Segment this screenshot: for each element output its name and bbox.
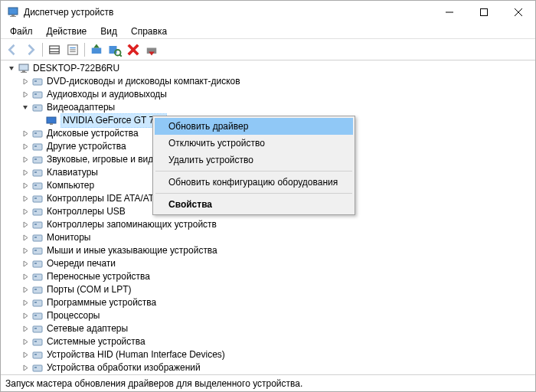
context-menu-item[interactable]: Обновить конфигурацию оборудования	[155, 174, 353, 191]
chevron-down-icon[interactable]	[7, 64, 16, 74]
tree-category[interactable]: Процессоры	[4, 309, 532, 322]
titlebar: Диспетчер устройств	[1, 1, 535, 24]
chevron-right-icon[interactable]	[21, 77, 30, 87]
tree-category-label: Контроллеры запоминающих устройств	[47, 218, 217, 231]
svg-rect-35	[34, 145, 37, 147]
svg-rect-53	[34, 263, 37, 264]
chevron-down-icon[interactable]	[21, 103, 30, 113]
chevron-right-icon[interactable]	[21, 338, 30, 347]
close-button[interactable]	[501, 1, 535, 24]
svg-rect-46	[33, 222, 42, 228]
svg-rect-31	[50, 123, 53, 125]
minimize-button[interactable]	[432, 1, 466, 24]
svg-rect-41	[34, 185, 37, 186]
tree-category[interactable]: Мыши и иные указывающие устройства	[4, 244, 532, 257]
chevron-right-icon[interactable]	[21, 234, 30, 243]
device-category-icon	[31, 297, 44, 309]
tree-category[interactable]: Контроллеры запоминающих устройств	[4, 218, 532, 231]
svg-rect-52	[33, 261, 42, 267]
tree-category[interactable]: Видеоадаптеры	[4, 101, 532, 114]
chevron-right-icon[interactable]	[21, 273, 30, 282]
svg-rect-67	[34, 354, 37, 355]
chevron-right-icon[interactable]	[21, 142, 30, 152]
chevron-right-icon[interactable]	[21, 312, 30, 321]
chevron-right-icon[interactable]	[21, 90, 30, 100]
menu-view[interactable]: Вид	[94, 24, 123, 38]
device-category-icon	[31, 219, 44, 231]
context-menu: Обновить драйверОтключить устройствоУдал…	[152, 116, 355, 215]
tree-category[interactable]: Очереди печати	[4, 257, 532, 270]
chevron-right-icon[interactable]	[21, 364, 30, 373]
chevron-right-icon[interactable]	[21, 286, 30, 295]
properties-button[interactable]	[64, 41, 81, 58]
tree-category-label: Программные устройства	[47, 296, 156, 309]
chevron-right-icon[interactable]	[21, 155, 30, 165]
tree-category[interactable]: Мониторы	[4, 231, 532, 244]
svg-rect-50	[33, 248, 42, 254]
maximize-button[interactable]	[466, 1, 501, 24]
tree-category-label: Видеоадаптеры	[47, 101, 115, 114]
tree-root[interactable]: DESKTOP-722B6RU	[4, 62, 532, 75]
tree-category[interactable]: Устройства HID (Human Interface Devices)	[4, 348, 532, 361]
tree-category[interactable]: Устройства обработки изображений	[4, 361, 532, 374]
menu-file[interactable]: Файл	[4, 24, 39, 38]
device-category-icon	[31, 206, 44, 218]
context-menu-item[interactable]: Отключить устройство	[155, 135, 353, 152]
svg-rect-55	[34, 276, 37, 277]
show-hidden-button[interactable]	[46, 41, 63, 58]
tree-category[interactable]: DVD-дисководы и дисководы компакт-дисков	[4, 75, 532, 88]
tree-category[interactable]: Аудиовходы и аудиовыходы	[4, 88, 532, 101]
context-menu-item[interactable]: Удалить устройство	[155, 152, 353, 168]
chevron-right-icon[interactable]	[21, 260, 30, 269]
svg-rect-26	[33, 92, 42, 98]
uninstall-button[interactable]	[125, 41, 142, 58]
chevron-right-icon[interactable]	[21, 129, 30, 139]
device-category-icon	[31, 232, 44, 244]
svg-rect-42	[33, 196, 42, 202]
svg-rect-25	[34, 80, 37, 82]
chevron-right-icon[interactable]	[21, 220, 30, 230]
menu-action[interactable]: Действие	[41, 24, 93, 38]
svg-rect-59	[34, 302, 37, 303]
disable-button[interactable]	[143, 41, 160, 58]
device-tree[interactable]: DESKTOP-722B6RU DVD-дисководы и дисковод…	[1, 60, 535, 374]
tree-category[interactable]: Порты (COM и LPT)	[4, 283, 532, 296]
chevron-right-icon[interactable]	[21, 325, 30, 334]
tree-category[interactable]: Системные устройства	[4, 335, 532, 348]
tree-category-label: Порты (COM и LPT)	[47, 283, 132, 296]
tree-category-label: DVD-дисководы и дисководы компакт-дисков	[47, 75, 240, 88]
chevron-right-icon[interactable]	[21, 299, 30, 308]
scan-hardware-button[interactable]	[106, 41, 123, 58]
svg-rect-37	[34, 158, 37, 160]
chevron-right-icon[interactable]	[21, 207, 30, 217]
device-category-icon	[31, 128, 44, 140]
device-category-icon	[31, 271, 44, 283]
tree-root-label: DESKTOP-722B6RU	[33, 62, 119, 75]
context-menu-item[interactable]: Обновить драйвер	[155, 118, 353, 135]
tree-category-label: Клавиатуры	[47, 166, 98, 179]
svg-rect-32	[33, 131, 42, 137]
svg-rect-66	[33, 352, 42, 358]
tree-category-label: Дисковые устройства	[47, 127, 139, 140]
tree-device-label: NVIDIA GeForce GT 710	[60, 113, 167, 128]
tree-category[interactable]: Сетевые адаптеры	[4, 322, 532, 335]
svg-rect-43	[34, 198, 37, 199]
context-menu-item[interactable]: Свойства	[155, 196, 353, 213]
tree-category[interactable]: Переносные устройства	[4, 270, 532, 283]
svg-rect-68	[33, 365, 42, 371]
tree-category[interactable]: Программные устройства	[4, 296, 532, 309]
chevron-right-icon[interactable]	[21, 351, 30, 360]
chevron-right-icon[interactable]	[21, 168, 30, 178]
update-driver-button[interactable]	[88, 41, 105, 58]
svg-rect-4	[480, 9, 487, 16]
chevron-right-icon[interactable]	[21, 194, 30, 204]
chevron-right-icon[interactable]	[21, 181, 30, 191]
tree-category-label: Аудиовходы и аудиовыходы	[47, 88, 167, 101]
chevron-right-icon[interactable]	[21, 247, 30, 256]
computer-icon	[18, 63, 30, 75]
svg-rect-57	[34, 289, 37, 290]
device-category-icon	[31, 193, 44, 205]
tree-category-label: Устройства HID (Human Interface Devices)	[47, 348, 225, 361]
statusbar: Запуск мастера обновления драйверов для …	[1, 374, 535, 391]
menu-help[interactable]: Справка	[125, 24, 173, 38]
